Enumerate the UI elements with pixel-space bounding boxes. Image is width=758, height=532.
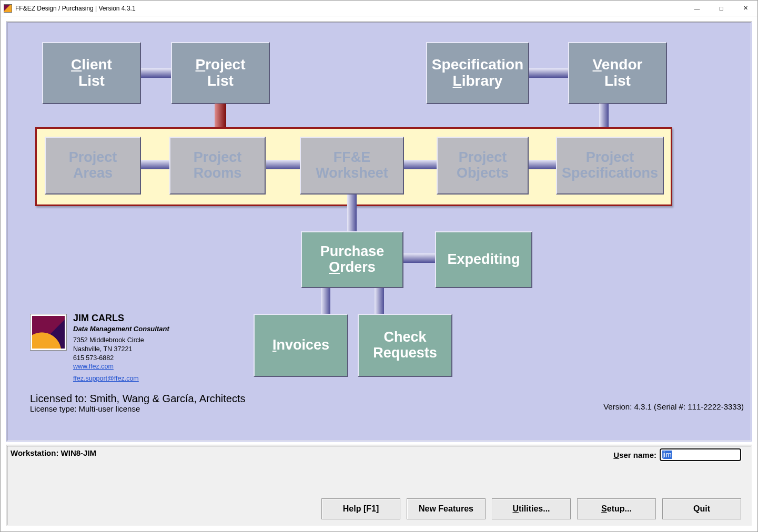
bottom-panel: Workstation: WIN8-JIM User name: Help [F… xyxy=(6,445,752,526)
ffe-worksheet-box[interactable]: FF&E Worksheet xyxy=(300,137,404,195)
expediting-box[interactable]: Expediting xyxy=(435,231,532,288)
user-name-label: User name: xyxy=(613,451,656,459)
connector xyxy=(529,160,558,169)
project-objects-box[interactable]: Project Objects xyxy=(437,137,529,195)
maximize-button[interactable]: □ xyxy=(709,1,733,16)
contact-phone: 615 573-6882 xyxy=(73,354,169,363)
invoices-box[interactable]: Invoices xyxy=(254,314,348,377)
connector xyxy=(215,104,226,128)
help-button[interactable]: Help [F1] xyxy=(321,498,400,519)
utilities-button[interactable]: Utilities... xyxy=(492,498,571,519)
version-line: Version: 4.3.1 (Serial #: 111-2222-3333) xyxy=(603,402,744,411)
connector xyxy=(528,68,570,78)
connector xyxy=(266,160,300,169)
app-icon xyxy=(4,4,12,13)
setup-button[interactable]: Setup... xyxy=(577,498,656,519)
user-name-input[interactable] xyxy=(660,448,741,461)
spec-library-box[interactable]: SpecificationLibrary xyxy=(426,42,529,104)
new-features-button[interactable]: New Features xyxy=(407,498,486,519)
contact-name: JIM CARLS xyxy=(73,312,169,324)
quit-button[interactable]: Quit xyxy=(662,498,741,519)
workstation-label: Workstation: WIN8-JIM xyxy=(11,448,96,457)
vendor-list-box[interactable]: VendorList xyxy=(568,42,667,104)
project-areas-box[interactable]: Project Areas xyxy=(45,137,141,195)
connector xyxy=(140,160,169,169)
contact-email-link[interactable]: ffez.support@ffez.com xyxy=(73,375,139,382)
contact-addr1: 7352 Middlebrook Circle xyxy=(73,336,169,345)
connector xyxy=(140,68,172,78)
connector xyxy=(347,195,357,232)
main-canvas: ClientList ProjectList SpecificationLibr… xyxy=(6,22,752,442)
check-requests-box[interactable]: Check Requests xyxy=(358,314,452,377)
close-button[interactable]: ✕ xyxy=(733,1,757,16)
connector xyxy=(403,160,438,169)
connector xyxy=(321,288,330,314)
client-list-box[interactable]: ClientList xyxy=(42,42,141,104)
app-window: FF&EZ Design / Purchasing | Version 4.3.… xyxy=(0,0,758,532)
contact-addr2: Nashville, TN 37221 xyxy=(73,345,169,354)
company-logo-icon xyxy=(30,314,67,351)
connector xyxy=(403,253,436,263)
license-type: License type: Multi-user license xyxy=(30,404,140,413)
project-specs-box[interactable]: Project Specifications xyxy=(556,137,664,195)
project-list-box[interactable]: ProjectList xyxy=(171,42,270,104)
minimize-button[interactable]: — xyxy=(685,1,709,16)
title-bar: FF&EZ Design / Purchasing | Version 4.3.… xyxy=(1,1,757,16)
purchase-orders-box[interactable]: PurchaseOrders xyxy=(301,231,403,288)
license-line: Licensed to: Smith, Wang & García, Archi… xyxy=(30,393,245,405)
project-rooms-box[interactable]: Project Rooms xyxy=(169,137,266,195)
window-title: FF&EZ Design / Purchasing | Version 4.3.… xyxy=(15,5,685,12)
contact-role: Data Management Consultant xyxy=(73,324,169,334)
contact-web-link[interactable]: www.ffez.com xyxy=(73,363,114,370)
connector xyxy=(375,288,384,314)
